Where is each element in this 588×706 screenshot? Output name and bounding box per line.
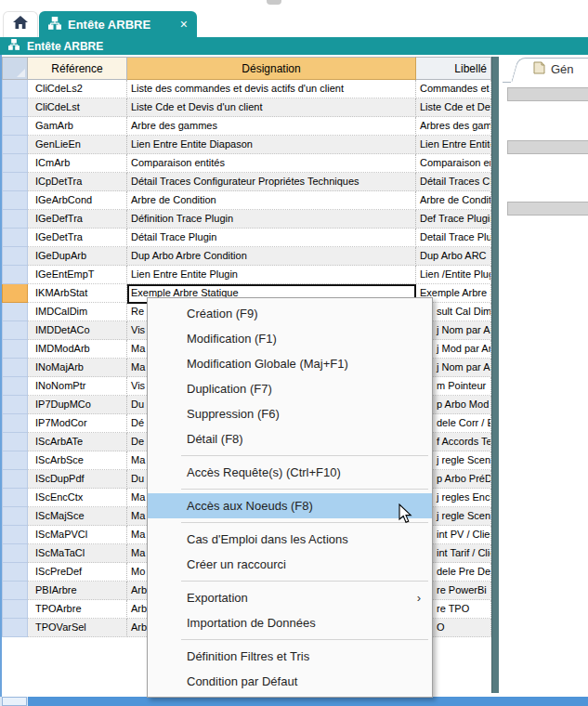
cell-reference[interactable]: IGeDefTra xyxy=(28,210,127,229)
menu-item[interactable]: Suppression (F6) xyxy=(148,401,432,426)
cell-reference[interactable]: IMDDetACo xyxy=(28,321,127,340)
cell-libelle[interactable]: Arbres des gamme xyxy=(416,117,491,136)
cell-designation[interactable]: Détail Trace Plugin xyxy=(127,229,416,247)
row-selector-cell[interactable] xyxy=(2,266,28,284)
cell-reference[interactable]: IGeDupArb xyxy=(28,247,127,266)
row-selector-cell[interactable] xyxy=(2,470,28,489)
cell-reference[interactable]: TPOVarSel xyxy=(28,619,127,637)
row-selector-cell[interactable] xyxy=(2,359,28,377)
row-selector-cell[interactable] xyxy=(2,582,28,600)
cell-designation[interactable]: Liste Cde et Devis d'un client xyxy=(127,98,416,117)
cell-designation[interactable]: Dup Arbo Arbre Condition xyxy=(127,247,416,266)
cell-designation[interactable]: Lien Entre Entite Diapason xyxy=(127,136,416,154)
table-row[interactable]: IGeDupArbDup Arbo Arbre ConditionDup Arb… xyxy=(2,247,491,266)
table-row[interactable]: CliCdeLs2Liste des commandes et devis ac… xyxy=(2,80,491,98)
table-row[interactable]: GenLieEnLien Entre Entite DiapasonLien E… xyxy=(2,136,491,154)
cell-reference[interactable]: TPOArbre xyxy=(28,600,127,619)
horizontal-scrollbar-button[interactable] xyxy=(2,697,27,706)
cell-reference[interactable]: PBIArbre xyxy=(28,582,127,600)
menu-item[interactable]: Modification Globale (Maj+F1) xyxy=(148,351,432,376)
cell-reference[interactable]: CliCdeLs2 xyxy=(28,80,127,98)
cell-reference[interactable]: IScPreDef xyxy=(28,563,127,582)
table-row[interactable]: ICpDetTraDétail Traces Configurateur Pro… xyxy=(2,173,491,191)
row-selector-cell[interactable] xyxy=(2,377,28,396)
cell-reference[interactable]: IGeEntEmpT xyxy=(28,266,127,284)
cell-designation[interactable]: Liste des commandes et devis actifs d'un… xyxy=(127,80,416,98)
cell-reference[interactable]: GenLieEn xyxy=(28,136,127,154)
select-all-corner[interactable] xyxy=(2,57,28,80)
menu-item[interactable]: Importation de Données xyxy=(148,610,432,635)
cell-reference[interactable]: IScArbSce xyxy=(28,451,127,470)
cell-reference[interactable]: GamArb xyxy=(28,117,127,136)
row-selector-cell[interactable] xyxy=(2,526,28,544)
row-selector-cell[interactable] xyxy=(2,303,28,321)
menu-item[interactable]: Créer un raccourci xyxy=(148,552,432,577)
tab-entete-arbre[interactable]: Entête ARBRE × xyxy=(39,11,197,37)
cell-reference[interactable]: IMDCalDim xyxy=(28,303,127,321)
row-selector-cell[interactable] xyxy=(2,117,28,136)
menu-item[interactable]: Définition Filtres et Tris xyxy=(148,644,432,669)
table-row[interactable]: CliCdeLstListe Cde et Devis d'un clientL… xyxy=(2,98,491,117)
row-selector-cell[interactable] xyxy=(2,80,28,98)
cell-designation[interactable]: Lien Entre Entite Plugin xyxy=(127,266,416,284)
menu-item[interactable]: Détail (F8) xyxy=(148,426,432,451)
row-selector-cell[interactable] xyxy=(2,340,28,359)
tab-home[interactable] xyxy=(3,11,38,37)
cell-reference[interactable]: ICmArb xyxy=(28,154,127,173)
column-header-designation[interactable]: Désignation xyxy=(127,57,416,80)
menu-item[interactable]: Exportation› xyxy=(148,585,432,610)
cell-designation[interactable]: Arbre des gammes xyxy=(127,117,416,136)
table-row[interactable]: IGeEntEmpTLien Entre Entite PluginLien /… xyxy=(2,266,491,284)
cell-reference[interactable]: IScMajSce xyxy=(28,507,127,526)
menu-item[interactable]: Duplication (F7) xyxy=(148,376,432,401)
menu-item[interactable]: Accès Requête(s) (Ctrl+F10) xyxy=(148,460,432,485)
panel-tab-general[interactable]: Gén xyxy=(509,58,588,82)
row-selector-cell[interactable] xyxy=(2,600,28,619)
cell-reference[interactable]: INoNomPtr xyxy=(28,377,127,396)
row-selector-cell[interactable] xyxy=(2,229,28,247)
cell-designation[interactable]: Définition Trace Plugin xyxy=(127,210,416,229)
row-selector-cell[interactable] xyxy=(2,451,28,470)
row-selector-cell[interactable] xyxy=(2,414,28,433)
row-selector-cell[interactable] xyxy=(2,544,28,563)
cell-designation[interactable]: Comparaison entités xyxy=(127,154,416,173)
cell-libelle[interactable]: Commandes et De xyxy=(416,80,491,98)
cell-reference[interactable]: INoMajArb xyxy=(28,359,127,377)
table-row[interactable]: ICmArbComparaison entitésComparaison ent… xyxy=(2,154,491,173)
row-selector-cell[interactable] xyxy=(2,489,28,507)
cell-libelle[interactable]: Def Trace Plugin xyxy=(416,210,491,229)
menu-item[interactable]: Création (F9) xyxy=(148,301,432,326)
menu-item[interactable]: Cas d'Emploi dans les Actions xyxy=(148,527,432,552)
table-row[interactable]: IGeDefTraDéfinition Trace PluginDef Trac… xyxy=(2,210,491,229)
cell-reference[interactable]: IGeArbCond xyxy=(28,191,127,210)
menu-item[interactable]: Condition par Défaut xyxy=(148,669,432,694)
cell-libelle[interactable]: Détail Traces CPT xyxy=(416,173,491,191)
cell-reference[interactable]: IScMaPVCl xyxy=(28,526,127,544)
row-selector-cell[interactable] xyxy=(2,619,28,637)
row-selector-cell[interactable] xyxy=(2,433,28,451)
cell-libelle[interactable]: Lien /Entite Plugin xyxy=(416,266,491,284)
row-selector-cell[interactable] xyxy=(2,507,28,526)
cell-reference[interactable]: IScDupPdf xyxy=(28,470,127,489)
cell-libelle[interactable]: Lien Entre Entite D xyxy=(416,136,491,154)
cell-reference[interactable]: CliCdeLst xyxy=(28,98,127,117)
vertical-scrollbar[interactable] xyxy=(491,57,499,693)
menu-item[interactable]: Modification (F1) xyxy=(148,326,432,351)
menu-item[interactable]: Accès aux Noeuds (F8) xyxy=(148,493,432,518)
row-selector-cell[interactable] xyxy=(2,396,28,414)
cell-reference[interactable]: IP7DupMCo xyxy=(28,396,127,414)
row-selector-cell[interactable] xyxy=(2,154,28,173)
row-selector-cell[interactable] xyxy=(2,173,28,191)
tab-close-icon[interactable]: × xyxy=(180,18,188,31)
row-selector-cell[interactable] xyxy=(2,210,28,229)
cell-reference[interactable]: IGeDetTra xyxy=(28,229,127,247)
table-row[interactable]: IGeDetTraDétail Trace PluginDetail Trace… xyxy=(2,229,491,247)
column-header-libelle[interactable]: Libellé xyxy=(416,57,491,80)
column-header-reference[interactable]: Référence xyxy=(28,57,127,80)
cell-libelle[interactable]: Comparaison entit xyxy=(416,154,491,173)
row-selector-cell[interactable] xyxy=(2,284,28,303)
cell-reference[interactable]: IScArbATe xyxy=(28,433,127,451)
row-selector-cell[interactable] xyxy=(2,98,28,117)
cell-reference[interactable]: IScMaTaCl xyxy=(28,544,127,563)
row-selector-cell[interactable] xyxy=(2,321,28,340)
